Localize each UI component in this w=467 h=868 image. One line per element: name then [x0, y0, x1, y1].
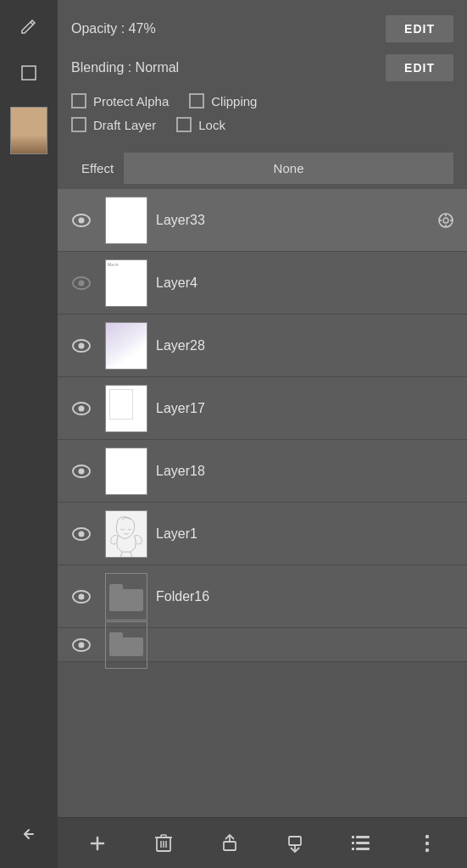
- svg-point-47: [425, 841, 429, 844]
- lock-checkbox[interactable]: Lock: [176, 117, 225, 132]
- svg-rect-22: [109, 589, 143, 611]
- add-layer-button[interactable]: [79, 825, 116, 862]
- protect-alpha-checkbox[interactable]: Protect Alpha: [71, 93, 169, 108]
- svg-rect-36: [224, 842, 236, 850]
- svg-point-25: [79, 642, 85, 648]
- layer-item[interactable]: [58, 628, 467, 662]
- layer-item[interactable]: Layer28: [58, 314, 467, 377]
- layer-name: Layer28: [156, 338, 459, 353]
- bottom-toolbar: [58, 817, 467, 868]
- pencil-tool-icon[interactable]: [12, 8, 46, 42]
- svg-rect-41: [356, 842, 370, 844]
- protect-alpha-box[interactable]: [71, 93, 86, 108]
- lock-label: Lock: [198, 118, 225, 132]
- svg-rect-40: [356, 836, 370, 838]
- svg-point-2: [79, 217, 85, 223]
- layer-visibility-toggle[interactable]: [66, 268, 97, 298]
- svg-rect-43: [352, 836, 354, 838]
- top-controls: Opacity : 47% EDIT Blending : Normal EDI…: [58, 0, 467, 93]
- svg-rect-32: [161, 835, 166, 837]
- layer-visibility-toggle[interactable]: [66, 393, 97, 424]
- lock-box[interactable]: [176, 117, 192, 132]
- checkbox-section: Protect Alpha Clipping Draft Layer Lock: [58, 93, 467, 153]
- layer-thumbnail: [105, 322, 147, 370]
- layer-visibility-toggle[interactable]: [66, 630, 97, 660]
- svg-rect-42: [356, 848, 370, 850]
- checkbox-row-2: Draft Layer Lock: [71, 117, 453, 132]
- layers-list: Layer33 Ma m: [58, 189, 467, 817]
- layer-name: Layer33: [156, 213, 433, 228]
- canvas-preview: [10, 107, 47, 154]
- layer-thumbnail: [105, 448, 147, 495]
- svg-rect-38: [289, 837, 301, 845]
- back-button[interactable]: [12, 817, 46, 851]
- svg-point-16: [79, 468, 85, 474]
- draft-layer-label: Draft Layer: [93, 118, 156, 132]
- layer-item[interactable]: Ma m Layer4: [58, 252, 467, 314]
- svg-point-46: [425, 834, 429, 837]
- svg-point-48: [425, 848, 429, 851]
- layer-visibility-toggle[interactable]: [66, 581, 97, 612]
- svg-point-12: [79, 342, 85, 348]
- protect-alpha-label: Protect Alpha: [93, 94, 169, 108]
- opacity-row: Opacity : 47% EDIT: [71, 15, 453, 42]
- clipping-checkbox[interactable]: Clipping: [189, 93, 257, 108]
- layer-thumbnail: Ma m: [105, 259, 147, 307]
- svg-rect-26: [109, 637, 143, 656]
- draft-layer-box[interactable]: [71, 117, 86, 132]
- opacity-edit-button[interactable]: EDIT: [386, 15, 453, 42]
- layer-visibility-toggle[interactable]: [66, 519, 97, 549]
- move-down-button[interactable]: [276, 825, 314, 862]
- layer-visibility-toggle[interactable]: [66, 205, 97, 236]
- layer-name: Layer17: [156, 401, 459, 416]
- layer-thumbnail: [105, 573, 147, 620]
- layer-name: Folder16: [156, 589, 459, 604]
- layer-item[interactable]: Layer17: [58, 377, 467, 440]
- layer-name: Layer18: [156, 464, 459, 479]
- layer-item[interactable]: Layer1: [58, 503, 467, 565]
- clipping-label: Clipping: [211, 94, 257, 108]
- more-options-button[interactable]: [409, 825, 446, 862]
- svg-rect-45: [352, 848, 354, 850]
- blending-label: Blending : Normal: [71, 60, 179, 75]
- layer-thumbnail: [105, 621, 147, 669]
- svg-point-4: [443, 218, 448, 223]
- svg-rect-44: [352, 842, 354, 844]
- blending-row: Blending : Normal EDIT: [71, 54, 453, 81]
- svg-rect-23: [109, 584, 123, 591]
- checkbox-row-1: Protect Alpha Clipping: [71, 93, 453, 108]
- svg-point-10: [79, 280, 85, 286]
- delete-layer-button[interactable]: [145, 825, 182, 862]
- svg-point-18: [79, 531, 85, 537]
- draft-layer-checkbox[interactable]: Draft Layer: [71, 117, 156, 132]
- svg-rect-27: [109, 632, 123, 639]
- clipping-box[interactable]: [189, 93, 204, 108]
- blending-edit-button[interactable]: EDIT: [386, 54, 453, 81]
- layer-item[interactable]: Folder16: [58, 565, 467, 628]
- layer-item[interactable]: Layer33: [58, 189, 467, 252]
- main-panel: Opacity : 47% EDIT Blending : Normal EDI…: [58, 0, 467, 868]
- layer-thumbnail: [105, 197, 147, 244]
- svg-point-14: [79, 405, 85, 411]
- layer-visibility-toggle[interactable]: [66, 331, 97, 361]
- layer-thumbnail: [105, 385, 147, 432]
- layer-thumbnail: [105, 510, 147, 558]
- effect-label: Effect: [71, 153, 124, 184]
- layer-list-button[interactable]: [342, 825, 380, 862]
- layer-name: Layer4: [156, 275, 459, 291]
- layer-visibility-toggle[interactable]: [66, 456, 97, 487]
- layer-name: Layer1: [156, 526, 459, 542]
- opacity-label: Opacity : 47%: [71, 21, 156, 36]
- layer-settings-icon[interactable]: [433, 208, 459, 233]
- svg-point-21: [79, 593, 85, 599]
- effect-row: Effect None: [71, 153, 453, 184]
- layer-item[interactable]: Layer18: [58, 440, 467, 503]
- effect-value[interactable]: None: [124, 153, 453, 184]
- left-sidebar: [0, 0, 58, 868]
- svg-rect-0: [22, 66, 36, 80]
- move-up-button[interactable]: [211, 825, 248, 862]
- canvas-icon[interactable]: [12, 56, 46, 90]
